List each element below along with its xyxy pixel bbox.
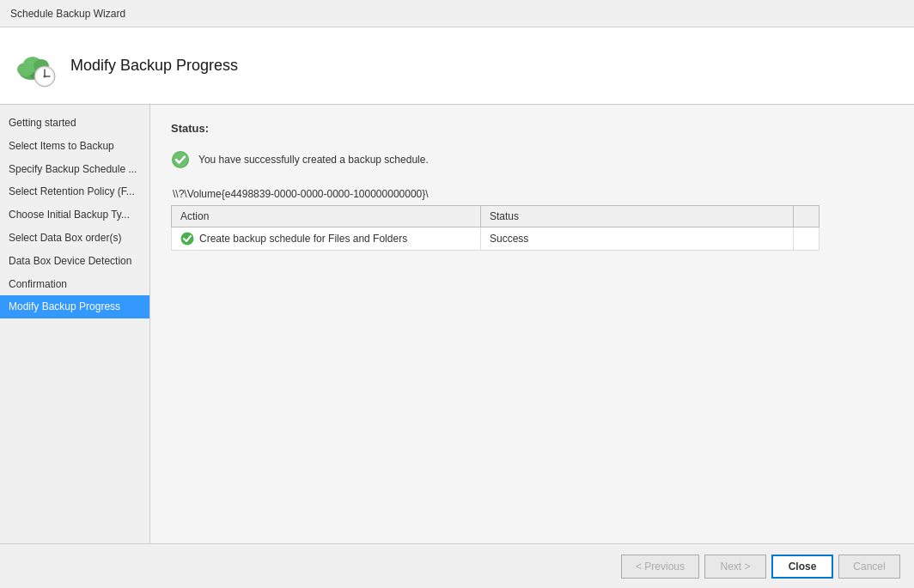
volume-path: \\?\Volume{e4498839-0000-0000-0000-10000… — [171, 188, 893, 200]
cancel-button[interactable]: Cancel — [838, 555, 900, 579]
svg-point-11 — [173, 152, 188, 167]
previous-button[interactable]: < Previous — [621, 555, 699, 579]
footer: < Previous Next > Close Cancel — [0, 543, 914, 588]
title-bar: Schedule Backup Wizard — [0, 0, 914, 27]
header-icon — [14, 44, 58, 88]
action-text: Create backup schedule for Files and Fol… — [199, 233, 407, 245]
sidebar-item-modify-progress[interactable]: Modify Backup Progress — [0, 295, 149, 318]
close-button[interactable]: Close — [771, 555, 833, 579]
sidebar-item-getting-started[interactable]: Getting started — [0, 112, 149, 135]
table-header-status: Status — [481, 206, 794, 227]
sidebar-item-data-box-order[interactable]: Select Data Box order(s) — [0, 227, 149, 250]
row-check-icon — [180, 232, 194, 246]
table-cell-extra — [794, 227, 820, 251]
success-text: You have successfully created a backup s… — [198, 154, 429, 166]
sidebar: Getting started Select Items to Backup S… — [0, 105, 150, 543]
title-bar-label: Schedule Backup Wizard — [10, 8, 125, 20]
success-message: You have successfully created a backup s… — [171, 150, 893, 169]
svg-point-9 — [44, 75, 46, 77]
sidebar-item-device-detection[interactable]: Data Box Device Detection — [0, 250, 149, 273]
next-button[interactable]: Next > — [704, 555, 766, 579]
status-label: Status: — [171, 122, 893, 135]
success-check-icon — [171, 150, 190, 169]
table-header-action: Action — [172, 206, 481, 227]
sidebar-item-specify-schedule[interactable]: Specify Backup Schedule ... — [0, 158, 149, 181]
sidebar-item-retention-policy[interactable]: Select Retention Policy (F... — [0, 180, 149, 203]
table-cell-status: Success — [481, 227, 794, 251]
page-title: Modify Backup Progress — [70, 57, 238, 75]
result-table: Action Status Create backup schedule for… — [171, 205, 820, 251]
sidebar-item-confirmation[interactable]: Confirmation — [0, 273, 149, 296]
table-cell-action: Create backup schedule for Files and Fol… — [172, 227, 481, 251]
content-area: Status: You have successfully created a … — [150, 105, 914, 543]
sidebar-item-initial-backup[interactable]: Choose Initial Backup Ty... — [0, 203, 149, 227]
backup-icon — [14, 44, 58, 88]
sidebar-item-select-items[interactable]: Select Items to Backup — [0, 135, 149, 158]
svg-point-12 — [181, 233, 194, 246]
table-row: Create backup schedule for Files and Fol… — [172, 227, 820, 251]
main-container: Getting started Select Items to Backup S… — [0, 105, 914, 543]
header: Modify Backup Progress — [0, 27, 914, 105]
